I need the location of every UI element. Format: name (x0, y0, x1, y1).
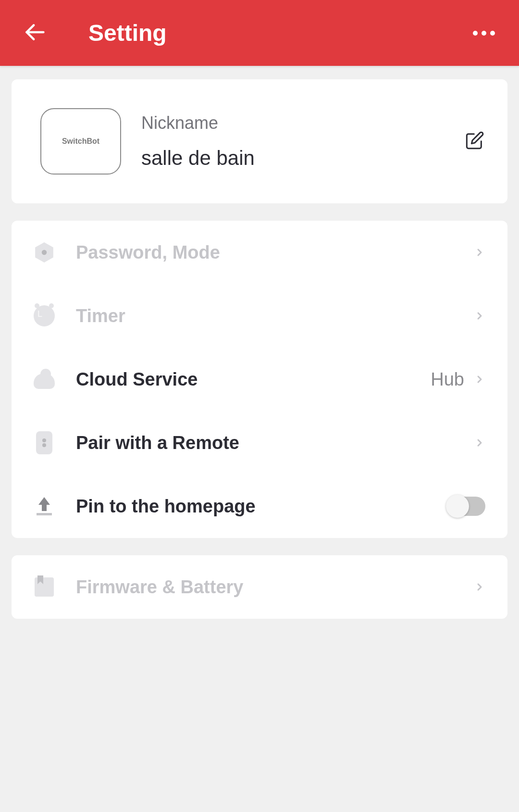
nickname-label: Nickname (141, 113, 441, 133)
pin-homepage-label: Pin to the homepage (76, 496, 448, 517)
settings-list-card: Password, Mode L Timer Cloud Serv (12, 221, 507, 538)
pair-remote-label: Pair with a Remote (76, 433, 474, 453)
chevron-right-icon (474, 307, 485, 325)
pair-remote-item[interactable]: Pair with a Remote (26, 411, 493, 475)
chevron-right-icon (474, 244, 485, 261)
device-brand-label: SwitchBot (62, 137, 99, 146)
app-header: Setting (0, 0, 519, 66)
password-mode-item[interactable]: Password, Mode (26, 221, 493, 284)
more-dots-icon (473, 31, 478, 36)
pin-icon (34, 496, 55, 517)
device-thumbnail: SwitchBot (40, 108, 121, 175)
page-title: Setting (88, 20, 167, 46)
firmware-battery-label: Firmware & Battery (76, 577, 474, 598)
pin-homepage-toggle[interactable] (448, 497, 485, 516)
clock-icon: L (34, 305, 55, 326)
edit-icon (465, 131, 484, 150)
firmware-battery-item[interactable]: Firmware & Battery (26, 555, 493, 619)
content-area: SwitchBot Nickname salle de bain Passwor… (0, 66, 519, 632)
timer-label: Timer (76, 306, 474, 326)
device-name-section: Nickname salle de bain (141, 113, 441, 170)
bookmark-icon (34, 576, 55, 598)
chevron-right-icon (474, 434, 485, 451)
timer-item[interactable]: L Timer (26, 284, 493, 348)
chevron-right-icon (474, 578, 485, 596)
nickname-value: salle de bain (141, 147, 441, 170)
back-button[interactable] (24, 22, 45, 45)
svg-point-2 (42, 250, 47, 255)
arrow-left-icon (24, 22, 45, 43)
chevron-right-icon (474, 371, 485, 388)
toggle-thumb (446, 495, 469, 518)
cloud-service-value: Hub (431, 369, 464, 390)
svg-point-3 (42, 438, 46, 442)
remote-icon (34, 432, 55, 453)
svg-point-4 (42, 443, 46, 447)
pin-homepage-item: Pin to the homepage (26, 475, 493, 538)
cloud-icon (34, 369, 55, 390)
device-info-card: SwitchBot Nickname salle de bain (12, 79, 507, 203)
settings-icon (34, 242, 55, 263)
more-button[interactable] (473, 31, 495, 36)
password-mode-label: Password, Mode (76, 242, 474, 263)
edit-nickname-button[interactable] (461, 127, 488, 156)
cloud-service-label: Cloud Service (76, 369, 431, 390)
cloud-service-item[interactable]: Cloud Service Hub (26, 348, 493, 411)
firmware-card: Firmware & Battery (12, 555, 507, 619)
